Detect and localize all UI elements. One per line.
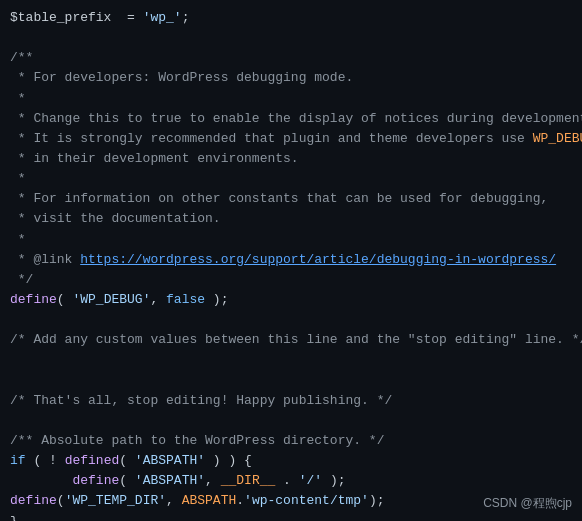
line-comment-add-custom: /* Add any custom values between this li… bbox=[10, 330, 572, 350]
line-blank-4 bbox=[10, 371, 572, 391]
line-comment-abspath: /** Absolute path to the WordPress direc… bbox=[10, 431, 572, 451]
line-comment-close: */ bbox=[10, 270, 572, 290]
line-if-defined: if ( ! defined( 'ABSPATH' ) ) { bbox=[10, 451, 572, 471]
code-editor: $table_prefix = 'wp_'; /** * For develop… bbox=[0, 0, 582, 521]
line-blank-5 bbox=[10, 411, 572, 431]
line-comment-jsdoc-open: /** bbox=[10, 48, 572, 68]
line-comment-for-info: * For information on other constants tha… bbox=[10, 189, 572, 209]
watermark: CSDN @程煦cjp bbox=[483, 494, 572, 513]
line-comment-asterisk-1: * bbox=[10, 89, 572, 109]
line-comment-asterisk-2: * bbox=[10, 169, 572, 189]
line-comment-strongly: * It is strongly recommended that plugin… bbox=[10, 129, 572, 149]
line-comment-asterisk-3: * bbox=[10, 230, 572, 250]
line-comment-in-their: * in their development environments. bbox=[10, 149, 572, 169]
line-blank-3 bbox=[10, 350, 572, 370]
line-comment-visit: * visit the documentation. bbox=[10, 209, 572, 229]
line-comment-thats-all: /* That's all, stop editing! Happy publi… bbox=[10, 391, 572, 411]
line-define-wp-debug: define( 'WP_DEBUG', false ); bbox=[10, 290, 572, 310]
line-blank-1 bbox=[10, 28, 572, 48]
line-define-abspath: define( 'ABSPATH', __DIR__ . '/' ); bbox=[10, 471, 572, 491]
line-blank-2 bbox=[10, 310, 572, 330]
line-comment-link: * @link https://wordpress.org/support/ar… bbox=[10, 250, 572, 270]
line-comment-change-this: * Change this to true to enable the disp… bbox=[10, 109, 572, 129]
line-comment-for-developers: * For developers: WordPress debugging mo… bbox=[10, 68, 572, 88]
line-table-prefix: $table_prefix = 'wp_'; bbox=[10, 8, 572, 28]
